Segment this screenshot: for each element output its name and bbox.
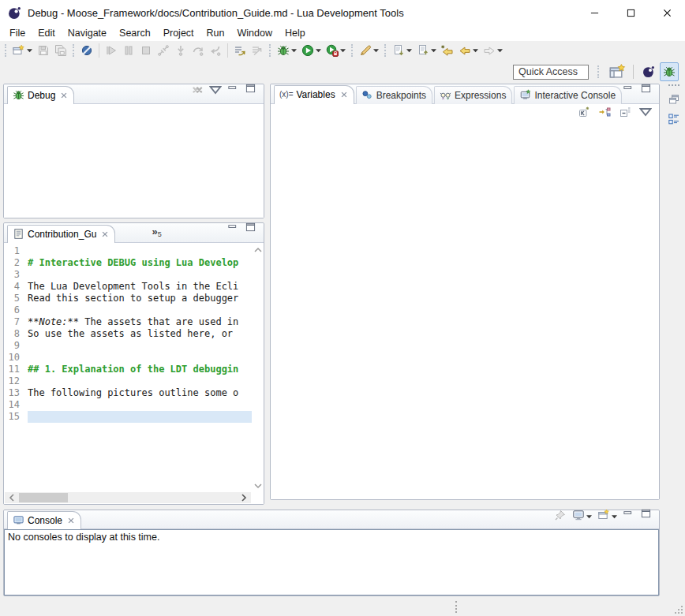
editor-line[interactable]: 5Read this section to setup a debugger <box>4 293 252 304</box>
editor-line[interactable]: 9 <box>4 340 252 352</box>
debug-perspective-button[interactable] <box>660 62 679 81</box>
menu-edit[interactable]: Edit <box>32 26 62 40</box>
editor-line[interactable]: 8So use the assets as listed here, or <box>4 328 252 340</box>
skip-all-breakpoints-button[interactable] <box>79 42 95 59</box>
dropdown-arrow-icon <box>497 48 503 53</box>
next-annotation-button[interactable] <box>391 42 414 59</box>
view-menu-icon <box>209 84 222 96</box>
view-menu-button[interactable] <box>639 106 652 121</box>
previous-annotation-button[interactable] <box>415 42 438 59</box>
editor-line[interactable]: 4The Lua Development Tools in the Ecli <box>4 281 252 293</box>
close-icon[interactable] <box>101 230 109 238</box>
code-area[interactable]: 12# Interactive DEBUG using Lua Develop3… <box>4 245 252 492</box>
editor-line[interactable]: 7**Note:** The assets that are used in <box>4 316 252 328</box>
run-button[interactable] <box>300 42 323 59</box>
run-coverage-button[interactable] <box>324 42 347 59</box>
scroll-left-icon[interactable] <box>8 494 16 502</box>
editor-line[interactable]: 10 <box>4 352 252 364</box>
tab-console[interactable]: Console <box>7 511 81 529</box>
menu-project[interactable]: Project <box>157 26 200 40</box>
editor-line[interactable]: 13The following pictures outline some o <box>4 387 252 399</box>
editor-horizontal-scrollbar[interactable] <box>5 492 251 503</box>
variables-view-content[interactable] <box>271 123 659 499</box>
outline-view-button[interactable] <box>666 111 682 127</box>
debug-view-content[interactable] <box>4 104 264 218</box>
menu-search[interactable]: Search <box>113 26 157 40</box>
editor-line[interactable]: 1 <box>4 245 252 257</box>
statusbar-drag-handle[interactable] <box>455 601 457 613</box>
dropdown-arrow-icon[interactable] <box>473 48 478 53</box>
menu-help[interactable]: Help <box>279 26 312 40</box>
maximize-button[interactable] <box>641 509 653 525</box>
minimize-button[interactable] <box>227 222 240 238</box>
editor-line[interactable]: 6 <box>4 304 252 316</box>
scroll-up-icon[interactable] <box>254 246 262 254</box>
view-menu-button[interactable] <box>209 84 222 99</box>
show-logical-structure-button[interactable] <box>598 106 611 121</box>
dropdown-arrow-icon[interactable] <box>316 48 321 53</box>
maximize-button[interactable] <box>245 84 258 99</box>
new-wizard-button[interactable] <box>11 42 34 59</box>
tab-interactive-console[interactable]: Interactive Console <box>514 86 622 104</box>
dropdown-arrow-icon[interactable] <box>373 48 379 53</box>
minimize-button[interactable] <box>623 509 635 525</box>
maximize-icon <box>245 84 258 96</box>
close-icon[interactable] <box>60 91 68 99</box>
external-tools-button[interactable] <box>357 42 380 59</box>
maximize-button[interactable] <box>245 222 258 238</box>
last-edit-location-button[interactable] <box>440 42 455 59</box>
tab-contribution-gu[interactable]: Contribution_Gu <box>7 225 115 243</box>
minimize-button[interactable] <box>623 84 635 99</box>
editor-line[interactable]: 3 <box>4 269 252 281</box>
dropdown-arrow-icon[interactable] <box>612 514 617 519</box>
scroll-down-icon[interactable] <box>254 482 262 490</box>
editor-line[interactable]: 12 <box>4 375 252 387</box>
maximize-button[interactable] <box>641 84 653 99</box>
quick-access-input[interactable] <box>513 65 589 80</box>
open-perspective-button[interactable] <box>608 62 627 81</box>
close-icon[interactable] <box>340 91 348 99</box>
back-button[interactable] <box>457 42 480 59</box>
dropdown-arrow-icon[interactable] <box>27 48 32 53</box>
minimize-button[interactable] <box>227 84 240 99</box>
dropdown-arrow-icon[interactable] <box>406 48 412 53</box>
menu-run[interactable]: Run <box>200 26 231 40</box>
tab-debug[interactable]: Debug <box>7 86 74 104</box>
editor-line[interactable]: 15 <box>4 411 252 423</box>
tab-breakpoints[interactable]: Breakpoints <box>356 86 432 104</box>
editor-line[interactable]: 14 <box>4 399 252 411</box>
window-resize-grip[interactable] <box>673 604 683 614</box>
dropdown-arrow-icon[interactable] <box>291 48 297 53</box>
scroll-right-icon[interactable] <box>240 494 248 502</box>
open-console-button[interactable] <box>597 509 617 525</box>
window-close-button[interactable] <box>649 0 685 25</box>
display-selected-console-button[interactable] <box>572 509 592 525</box>
horizontal-scroll-thumb[interactable] <box>19 493 68 502</box>
window-controls <box>576 0 685 25</box>
lua-perspective-button[interactable] <box>639 62 658 81</box>
use-step-filters-button[interactable] <box>232 42 248 59</box>
tab-variables[interactable]: (x)=Variables <box>274 85 354 104</box>
show-type-names-button[interactable] <box>578 106 590 121</box>
restore-view-button[interactable] <box>666 91 682 107</box>
debug-button[interactable] <box>275 42 298 59</box>
editor-line[interactable]: 11## 1. Explanation of the LDT debuggin <box>4 364 252 375</box>
close-icon[interactable] <box>67 517 75 525</box>
dropdown-arrow-icon[interactable] <box>586 514 592 519</box>
dropdown-arrow-icon[interactable] <box>340 48 346 53</box>
console-content[interactable]: No consoles to display at this time. <box>4 529 659 595</box>
dropdown-arrow-icon[interactable] <box>431 48 436 53</box>
collapse-all-button[interactable] <box>619 106 631 121</box>
editor-line[interactable]: 2# Interactive DEBUG using Lua Develop <box>4 257 252 269</box>
strip-drag-handle[interactable] <box>668 84 679 88</box>
menu-file[interactable]: File <box>3 26 32 40</box>
editor-vertical-scrollbar[interactable] <box>253 245 264 491</box>
hidden-editors-indicator[interactable]: »5 <box>152 226 161 242</box>
tab-expressions[interactable]: Expressions <box>434 86 512 104</box>
menu-window[interactable]: Window <box>231 26 279 40</box>
window-minimize-button[interactable] <box>576 0 612 25</box>
minimize-icon <box>227 84 240 96</box>
menu-navigate[interactable]: Navigate <box>62 26 113 40</box>
back-icon <box>459 44 471 57</box>
window-maximize-button[interactable] <box>612 0 649 25</box>
